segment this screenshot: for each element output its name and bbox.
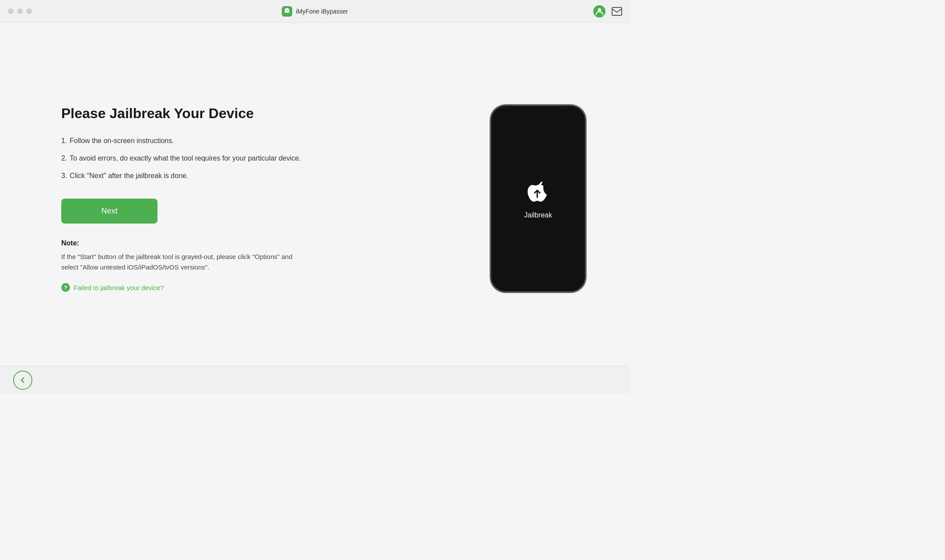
titlebar-actions bbox=[593, 5, 622, 18]
next-button[interactable]: Next bbox=[61, 199, 158, 224]
page-title: Please Jailbreak Your Device bbox=[61, 105, 324, 122]
close-button[interactable] bbox=[8, 8, 14, 14]
question-icon: ? bbox=[61, 283, 70, 292]
phone-mockup: root@iphone: chmod 777 /System root@ipho… bbox=[490, 105, 586, 293]
instruction-number-1: 1. bbox=[61, 136, 67, 146]
app-logo bbox=[282, 6, 292, 17]
instruction-text-3: Click "Next" after the jailbreak is done… bbox=[70, 171, 188, 181]
window-controls bbox=[8, 8, 32, 14]
main-content: Please Jailbreak Your Device 1. Follow t… bbox=[0, 23, 630, 366]
note-title: Note: bbox=[61, 239, 324, 247]
arrow-left-icon bbox=[19, 376, 27, 384]
instruction-text-1: Follow the on-screen instructions. bbox=[70, 136, 174, 146]
svg-rect-3 bbox=[612, 7, 622, 15]
jailbreak-label: Jailbreak bbox=[524, 211, 552, 219]
instruction-number-3: 3. bbox=[61, 171, 67, 181]
jailbreak-content: Jailbreak bbox=[524, 178, 552, 219]
app-name-text: iMyFone iBypasser bbox=[296, 8, 348, 15]
instruction-item-3: 3. Click "Next" after the jailbreak is d… bbox=[61, 171, 324, 181]
instruction-text-2: To avoid errors, do exactly what the too… bbox=[70, 153, 301, 164]
note-section: Note: If the "Start" button of the jailb… bbox=[61, 239, 324, 273]
app-title: iMyFone iBypasser bbox=[282, 6, 348, 17]
svg-point-2 bbox=[598, 8, 601, 12]
instructions-list: 1. Follow the on-screen instructions. 2.… bbox=[61, 136, 324, 181]
failed-jailbreak-link[interactable]: ? Failed to jailbreak your device? bbox=[61, 283, 324, 292]
maximize-button[interactable] bbox=[26, 8, 32, 14]
instruction-item-2: 2. To avoid errors, do exactly what the … bbox=[61, 153, 324, 164]
apple-jailbreak-icon bbox=[524, 178, 552, 206]
instruction-item-1: 1. Follow the on-screen instructions. bbox=[61, 136, 324, 146]
minimize-button[interactable] bbox=[17, 8, 23, 14]
left-panel: Please Jailbreak Your Device 1. Follow t… bbox=[61, 105, 324, 292]
phone-screen: root@iphone: chmod 777 /System root@ipho… bbox=[491, 106, 585, 291]
titlebar: iMyFone iBypasser bbox=[0, 0, 630, 23]
mail-icon[interactable] bbox=[612, 7, 622, 16]
apple-logo-wrapper bbox=[524, 178, 552, 208]
bottom-bar bbox=[0, 366, 630, 394]
user-icon[interactable] bbox=[593, 5, 606, 18]
phone-notch bbox=[518, 106, 558, 116]
note-text: If the "Start" button of the jailbreak t… bbox=[61, 252, 298, 273]
right-panel: root@iphone: chmod 777 /System root@ipho… bbox=[490, 105, 586, 293]
instruction-number-2: 2. bbox=[61, 153, 67, 164]
phone-frame: root@iphone: chmod 777 /System root@ipho… bbox=[490, 105, 586, 293]
failed-link-text: Failed to jailbreak your device? bbox=[74, 284, 164, 291]
back-button[interactable] bbox=[13, 371, 32, 390]
